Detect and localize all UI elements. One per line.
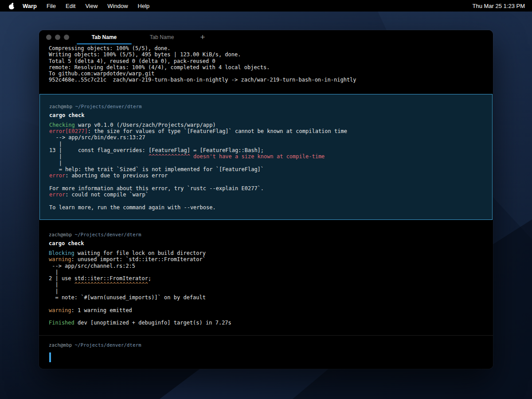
terminal-text-segment: ~/Projects/denver/dterm (75, 104, 142, 109)
menu-clock[interactable]: Thu Mar 25 1:23 PM (473, 3, 525, 9)
terminal-text-segment: = note: `#[warn(unused_imports)]` on by … (49, 294, 206, 301)
zoom-button[interactable] (64, 35, 69, 40)
terminal-line (49, 198, 483, 204)
command-text: cargo check (49, 112, 483, 118)
close-button[interactable] (46, 35, 51, 40)
terminal-text-segment: To learn more, run the command again wit… (49, 204, 216, 211)
terminal-text-segment: --> app/src/channel.rs:2:5 (49, 263, 135, 269)
menu-item-file[interactable]: File (47, 3, 56, 9)
command-text: cargo check (49, 240, 483, 246)
terminal-line: --> app/src/bin/dev.rs:13:27 (49, 134, 483, 141)
terminal-text-segment: : could not compile `warp` (65, 192, 149, 198)
terminal-line: To github.com:warpdotdev/warp.git (49, 70, 483, 77)
terminal-line: 13 | const flag_overrides: [FeatureFlag]… (49, 147, 483, 153)
new-tab-button[interactable]: + (196, 30, 209, 44)
terminal-line: Writing objects: 100% (5/5), 495 bytes |… (49, 51, 483, 58)
terminal-text-segment: : unused import: `std::iter::FromIterato… (71, 256, 206, 262)
title-bar: Tab Name Tab Name + (39, 30, 493, 44)
terminal-text-segment: warning (49, 256, 71, 262)
terminal-text-segment: remote: Resolving deltas: 100% (4/4), co… (49, 64, 270, 70)
terminal-text-segment: Finished (49, 320, 74, 326)
terminal-text-segment: To github.com:warpdotdev/warp.git (49, 70, 154, 77)
traffic-lights (39, 30, 69, 44)
terminal-text-segment: 13 | const flag_overrides: [FeatureFlag]… (49, 147, 264, 153)
terminal-text-segment: zach@mbp (49, 104, 75, 109)
terminal-text-segment: 952c468e..55c7c21c zach/war-219-turn-bas… (49, 77, 356, 83)
terminal-text-segment: ^^^^^^^^^^^^^^^^^^^^^^^ (74, 282, 148, 288)
terminal-line (49, 301, 483, 307)
terminal-block-3[interactable]: zach@mbp ~/Projects/denver/dtermcargo ch… (39, 224, 493, 333)
terminal-text-segment: error[E0277] (49, 128, 88, 134)
terminal-line: | (49, 269, 483, 275)
prompt: zach@mbp ~/Projects/denver/dterm (49, 342, 483, 348)
menu-bar: Warp File Edit View Window Help Thu Mar … (0, 0, 532, 12)
terminal-text-segment: | (49, 282, 74, 288)
terminal-line (49, 179, 483, 185)
terminal-line: For more information about this error, t… (49, 185, 483, 192)
menu-item-view[interactable]: View (85, 3, 98, 9)
tab-1[interactable]: Tab Name (75, 30, 133, 44)
terminal-line: | ^^^^^^^^^^^^^ doesn't have a size know… (49, 153, 483, 160)
terminal-block-2[interactable]: zach@mbp ~/Projects/denver/dtermcargo ch… (39, 94, 493, 220)
menu-item-window[interactable]: Window (107, 3, 128, 9)
prompt: zach@mbp ~/Projects/denver/dterm (49, 103, 483, 110)
terminal-block-4[interactable]: zach@mbp ~/Projects/denver/dterm (39, 335, 493, 369)
terminal-text-segment: : 1 warning emitted (71, 307, 132, 313)
terminal-text-segment: | (49, 141, 62, 147)
terminal-text-segment: Checking (49, 122, 75, 128)
terminal-text-segment: warp v0.1.0 (/Users/zach/Projects/warp/a… (75, 122, 216, 128)
terminal-line: = note: `#[warn(unused_imports)]` on by … (49, 294, 483, 301)
terminal-text-segment: warning (49, 307, 71, 313)
terminal-line: 952c468e..55c7c21c zach/war-219-turn-bas… (49, 77, 483, 83)
terminal-text-segment: : aborting due to previous error (65, 172, 168, 179)
terminal-text-segment: 2 | use std::iter::FromIterator; (49, 275, 151, 282)
terminal-block-1[interactable]: Compressing objects: 100% (5/5), done.Wr… (39, 44, 493, 83)
terminal-text-segment: zach@mbp (49, 232, 75, 237)
terminal-line (49, 313, 483, 320)
terminal-line: | (49, 160, 483, 166)
terminal-text-segment: | (49, 288, 59, 294)
terminal-text-segment: error (49, 192, 65, 198)
terminal-line: remote: Resolving deltas: 100% (4/4), co… (49, 64, 483, 70)
apple-menu-icon[interactable] (9, 3, 15, 9)
terminal-text-segment: Compressing objects: 100% (5/5), done. (49, 45, 171, 51)
terminal-line: warning: 1 warning emitted (49, 307, 483, 313)
terminal-line: To learn more, run the command again wit… (49, 204, 483, 211)
terminal-text-segment: --> app/src/bin/dev.rs:13:27 (49, 134, 145, 141)
terminal-text-segment: | (49, 153, 62, 160)
tab-bar: Tab Name Tab Name (75, 30, 191, 44)
prompt: zach@mbp ~/Projects/denver/dterm (49, 231, 483, 238)
terminal-text-segment: For more information about this error, t… (49, 185, 264, 192)
minimize-button[interactable] (55, 35, 60, 40)
terminal-line: error[E0277]: the size for values of typ… (49, 128, 483, 134)
terminal-text-segment: ^^^^^^^^^^^^^ doesn't have a size known … (62, 153, 325, 160)
terminal-text-segment: = help: the trait `Sized` is not impleme… (49, 166, 264, 172)
terminal-content[interactable]: Compressing objects: 100% (5/5), done.Wr… (39, 44, 493, 369)
terminal-line: --> app/src/channel.rs:2:5 (49, 263, 483, 269)
terminal-line: error: aborting due to previous error (49, 172, 483, 179)
terminal-text-segment: Blocking (49, 250, 74, 256)
terminal-line: Finished dev [unoptimized + debuginfo] t… (49, 320, 483, 326)
terminal-line: = help: the trait `Sized` is not impleme… (49, 166, 483, 172)
terminal-text-segment: ~/Projects/denver/dterm (75, 232, 141, 237)
terminal-line: Compressing objects: 100% (5/5), done. (49, 45, 483, 51)
tab-2[interactable]: Tab Name (133, 30, 191, 44)
terminal-text-segment: dev [unoptimized + debuginfo] target(s) … (74, 320, 231, 326)
terminal-line: | (49, 141, 483, 147)
menu-item-help[interactable]: Help (138, 3, 150, 9)
terminal-text-segment: zach@mbp (49, 342, 75, 348)
terminal-cursor[interactable] (49, 352, 51, 362)
menu-item-warp[interactable]: Warp (23, 3, 37, 9)
terminal-text-segment: Writing objects: 100% (5/5), 495 bytes |… (49, 51, 241, 58)
terminal-text-segment: | (49, 160, 62, 166)
terminal-text-segment: waiting for file lock on build directory (74, 250, 206, 256)
terminal-line: | (49, 288, 483, 294)
terminal-line: warning: unused import: `std::iter::From… (49, 256, 483, 262)
terminal-line: Blocking waiting for file lock on build … (49, 250, 483, 256)
terminal-line: Checking warp v0.1.0 (/Users/zach/Projec… (49, 122, 483, 128)
warp-terminal-window: Tab Name Tab Name + Compressing objects:… (39, 30, 493, 369)
terminal-line: | ^^^^^^^^^^^^^^^^^^^^^^^ (49, 282, 483, 288)
menu-item-edit[interactable]: Edit (66, 3, 75, 9)
terminal-line: error: could not compile `warp` (49, 192, 483, 198)
terminal-text-segment: ~/Projects/denver/dterm (75, 342, 141, 348)
